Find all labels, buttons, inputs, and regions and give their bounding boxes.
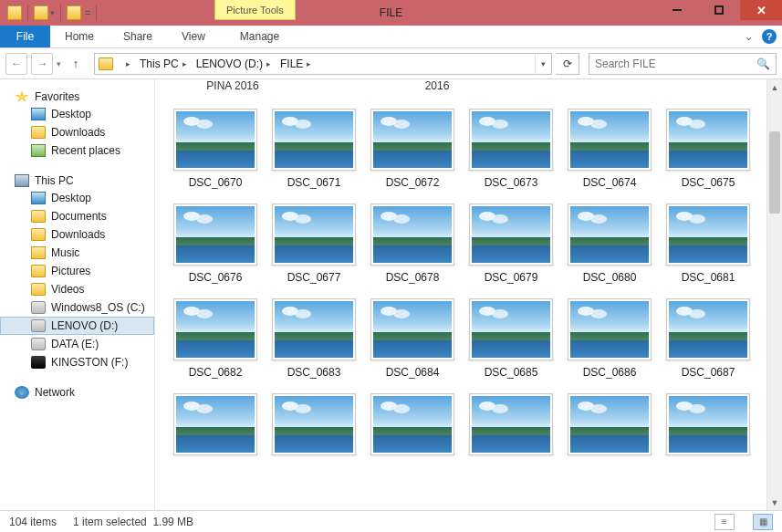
thumbnail-frame xyxy=(666,298,750,360)
address-bar[interactable]: ▸ This PC▸ LENOVO (D:)▸ FILE▸ ▾ xyxy=(94,53,552,75)
file-thumbnail[interactable]: DSC_0686 xyxy=(566,298,653,379)
folder-label[interactable]: 2016 xyxy=(394,79,480,92)
drive-icon xyxy=(31,319,46,332)
status-item-count: 104 items xyxy=(9,516,57,528)
search-box[interactable]: 🔍 xyxy=(589,53,777,75)
tree-network-header[interactable]: Network xyxy=(0,384,154,401)
tab-home[interactable]: Home xyxy=(50,26,109,47)
thumbnail-frame xyxy=(666,203,750,266)
tree-thispc-header[interactable]: This PC xyxy=(0,172,154,189)
file-thumbnail[interactable] xyxy=(467,393,555,455)
file-thumbnail[interactable]: DSC_0678 xyxy=(369,203,456,284)
tree-item-desktop[interactable]: Desktop xyxy=(0,105,154,123)
file-thumbnail[interactable]: DSC_0673 xyxy=(467,109,555,189)
scroll-thumb[interactable] xyxy=(769,131,780,214)
tree-item-documents[interactable]: Documents xyxy=(0,207,154,225)
search-input[interactable] xyxy=(595,57,756,70)
thumbnail-frame xyxy=(370,109,454,171)
tree-item-videos[interactable]: Videos xyxy=(0,280,154,298)
tree-item-drive-c[interactable]: Windows8_OS (C:) xyxy=(0,298,154,317)
breadcrumb-segment[interactable]: FILE▸ xyxy=(275,54,315,74)
breadcrumb-segment[interactable]: ▸ xyxy=(117,54,134,74)
vertical-scrollbar[interactable]: ▲ ▼ xyxy=(766,79,782,510)
tree-item-downloads[interactable]: Downloads xyxy=(0,225,154,244)
breadcrumb-segment[interactable]: This PC▸ xyxy=(134,54,191,74)
breadcrumb-segment[interactable]: LENOVO (D:)▸ xyxy=(191,54,275,74)
file-thumbnail[interactable]: DSC_0681 xyxy=(664,203,752,284)
tree-item-downloads[interactable]: Downloads xyxy=(0,123,154,141)
file-thumbnail[interactable]: DSC_0674 xyxy=(566,109,653,189)
tree-item-drive-e[interactable]: DATA (E:) xyxy=(0,335,154,353)
file-thumbnail[interactable]: DSC_0677 xyxy=(270,203,358,284)
image-preview xyxy=(176,111,255,168)
file-tab[interactable]: File xyxy=(0,26,50,47)
scroll-down-icon[interactable]: ▼ xyxy=(767,495,782,510)
file-thumbnail[interactable] xyxy=(369,393,456,455)
file-name: DSC_0679 xyxy=(485,271,538,284)
help-icon[interactable]: ? xyxy=(762,29,777,44)
thumbnail-frame xyxy=(272,393,356,455)
tab-share[interactable]: Share xyxy=(109,26,167,47)
tab-view[interactable]: View xyxy=(167,26,220,47)
equals-icon[interactable]: = xyxy=(85,7,90,18)
image-preview xyxy=(275,396,353,453)
thumbnail-frame xyxy=(666,109,750,171)
file-thumbnail[interactable] xyxy=(664,393,752,455)
details-view-button[interactable]: ≡ xyxy=(714,514,735,530)
up-button[interactable]: ↑ xyxy=(65,53,87,75)
tab-manage[interactable]: Manage xyxy=(225,26,294,47)
address-dropdown-icon[interactable]: ▾ xyxy=(535,54,551,74)
folder-icon[interactable] xyxy=(34,5,48,20)
thumbnail-frame xyxy=(666,393,750,455)
thumbnails-view-button[interactable]: ▦ xyxy=(753,514,773,530)
tree-item-drive-d[interactable]: LENOVO (D:) xyxy=(0,317,154,335)
file-thumbnail[interactable] xyxy=(172,393,259,455)
file-thumbnail[interactable]: DSC_0680 xyxy=(566,203,653,284)
context-tab-label: Picture Tools xyxy=(214,0,296,20)
search-icon[interactable]: 🔍 xyxy=(756,57,770,70)
minimize-button[interactable] xyxy=(656,0,698,20)
refresh-button[interactable]: ⟳ xyxy=(556,53,579,75)
file-name: DSC_0680 xyxy=(583,271,637,284)
file-thumbnail[interactable]: DSC_0684 xyxy=(369,298,456,379)
expand-ribbon-icon[interactable]: ⌄ xyxy=(745,31,753,43)
file-thumbnail[interactable] xyxy=(270,393,358,455)
file-thumbnail[interactable]: DSC_0682 xyxy=(172,298,259,379)
maximize-button[interactable] xyxy=(698,0,740,20)
file-thumbnail[interactable]: DSC_0679 xyxy=(467,203,555,284)
file-thumbnail[interactable]: DSC_0687 xyxy=(664,298,752,379)
tree-favorites-header[interactable]: Favorites xyxy=(0,89,154,105)
image-preview xyxy=(275,206,353,263)
file-thumbnail[interactable]: DSC_0672 xyxy=(369,109,456,189)
image-preview xyxy=(373,396,452,453)
navigation-bar: ← → ▾ ↑ ▸ This PC▸ LENOVO (D:)▸ FILE▸ ▾ … xyxy=(0,48,782,79)
image-preview xyxy=(669,396,747,453)
close-button[interactable]: ✕ xyxy=(740,0,782,20)
tree-item-music[interactable]: Music xyxy=(0,244,154,262)
file-thumbnail[interactable]: DSC_0676 xyxy=(172,203,259,284)
tree-item-recent[interactable]: Recent places xyxy=(0,141,154,160)
file-thumbnail[interactable]: DSC_0685 xyxy=(467,298,555,379)
forward-button[interactable]: → xyxy=(31,53,53,75)
file-thumbnail[interactable]: DSC_0683 xyxy=(270,298,358,379)
folder-icon[interactable] xyxy=(67,5,81,20)
file-name: DSC_0675 xyxy=(682,176,735,189)
image-preview xyxy=(472,301,550,358)
tree-item-pictures[interactable]: Pictures xyxy=(0,262,154,280)
folder-icon xyxy=(31,228,46,241)
folder-label[interactable]: PINA 2016 xyxy=(190,79,276,92)
file-thumbnail[interactable]: DSC_0675 xyxy=(664,109,752,189)
thumbnail-frame xyxy=(568,109,652,171)
history-dropdown-icon[interactable]: ▾ xyxy=(57,59,61,68)
file-thumbnail[interactable]: DSC_0670 xyxy=(172,109,259,189)
file-thumbnail[interactable] xyxy=(566,393,653,455)
image-preview xyxy=(275,111,353,168)
tree-item-desktop[interactable]: Desktop xyxy=(0,189,154,207)
file-name: DSC_0677 xyxy=(287,271,341,284)
file-thumbnail[interactable]: DSC_0671 xyxy=(270,109,358,189)
back-button[interactable]: ← xyxy=(5,53,27,75)
chevron-down-icon[interactable]: ▾ xyxy=(50,8,55,17)
tree-item-drive-f[interactable]: KINGSTON (F:) xyxy=(0,353,154,371)
pc-icon xyxy=(15,174,29,187)
scroll-up-icon[interactable]: ▲ xyxy=(767,79,782,95)
